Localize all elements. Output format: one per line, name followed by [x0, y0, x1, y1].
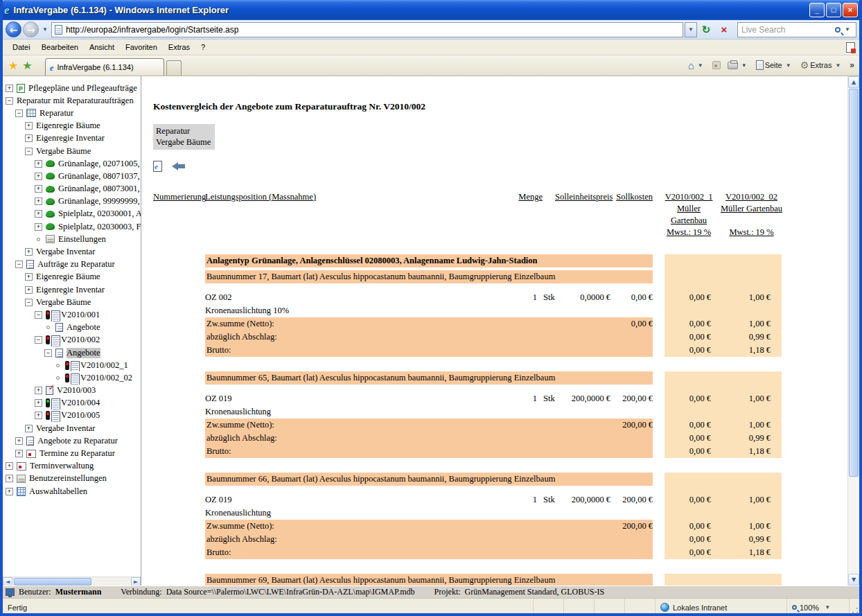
- tree-item-v2010-003[interactable]: +V2010/003: [3, 385, 141, 397]
- expand-icon[interactable]: +: [15, 437, 23, 445]
- scroll-right-icon[interactable]: ►: [131, 577, 141, 586]
- close-button[interactable]: ×: [843, 3, 858, 17]
- search-box[interactable]: Live Search ▼: [737, 22, 856, 37]
- col-sollkosten[interactable]: Sollkosten: [610, 191, 653, 203]
- expand-icon[interactable]: +: [6, 85, 13, 92]
- zoom-level[interactable]: 100%: [800, 604, 819, 612]
- scroll-down-icon[interactable]: ▼: [848, 574, 859, 586]
- col-nummerierung[interactable]: Nummerierung: [153, 191, 205, 203]
- feeds-button[interactable]: [710, 60, 723, 71]
- forward-button[interactable]: →: [23, 21, 39, 37]
- expand-icon[interactable]: +: [6, 462, 13, 470]
- tree-item-vergabe-baeume[interactable]: −Vergabe Bäume: [3, 145, 141, 157]
- expand-icon[interactable]: +: [6, 488, 13, 495]
- menu-ansicht[interactable]: Ansicht: [84, 41, 120, 53]
- extras-menu-button[interactable]: ⚙Extras▼: [798, 58, 845, 72]
- tree-item-v2010-005[interactable]: +V2010/005: [3, 410, 141, 422]
- new-tab-stub[interactable]: [166, 60, 182, 76]
- col-leistungsposition[interactable]: Leistungsposition (Massnahme): [205, 191, 512, 203]
- tree-item-v2010-002-02[interactable]: V2010/002_02: [3, 371, 141, 384]
- col-menge[interactable]: Menge: [512, 191, 555, 203]
- history-dropdown-icon[interactable]: ▼: [42, 26, 48, 33]
- vertical-scrollbar[interactable]: ▲ ▼: [847, 76, 859, 586]
- tree-item-auswahltabellen[interactable]: +Auswahltabellen: [3, 485, 141, 498]
- menu-bearbeiten[interactable]: Bearbeiten: [36, 41, 84, 53]
- tree-item-vergabe-inventar-2[interactable]: +Vergabe Inventar: [3, 422, 141, 434]
- add-favorite-icon[interactable]: ★: [22, 59, 32, 72]
- stop-button[interactable]: ×: [716, 22, 732, 37]
- tree-item-einstellungen[interactable]: Einstellungen: [3, 233, 141, 245]
- expand-icon[interactable]: +: [25, 122, 33, 130]
- expand-icon[interactable]: +: [25, 286, 33, 294]
- col-solleinheitspreis[interactable]: Solleinheitspreis: [555, 191, 610, 203]
- menu-extras[interactable]: Extras: [163, 41, 195, 53]
- menu-datei[interactable]: Datei: [7, 41, 36, 53]
- expand-icon[interactable]: +: [35, 173, 42, 180]
- tree-item-gruenanlage-02071005[interactable]: +Grünanlage, 02071005, Bebenhäuserstr.: [3, 157, 141, 170]
- address-bar[interactable]: http://europa2/infravergabe/login/Starts…: [51, 22, 683, 37]
- collapse-icon[interactable]: −: [35, 336, 42, 344]
- zoom-control[interactable]: 100% ▼: [787, 599, 850, 616]
- tree-item-reparatur[interactable]: −Reparatur: [3, 107, 141, 119]
- tree-item-eigenregie-inventar-2[interactable]: +Eigenregie Inventar: [3, 283, 141, 296]
- tree-item-termine-zu-reparatur[interactable]: +Termine zu Reparatur: [3, 447, 141, 459]
- expand-icon[interactable]: +: [35, 399, 42, 407]
- page-menu-button[interactable]: Seite▼: [754, 59, 795, 71]
- tab-title[interactable]: InfraVergabe (6.1.134): [57, 63, 133, 71]
- expand-icon[interactable]: +: [15, 450, 23, 457]
- tree-item-v2010-004[interactable]: +V2010/004: [3, 397, 141, 410]
- tree-item-reparatur-mit[interactable]: −Reparatur mit Reparaturaufträgen: [3, 94, 141, 107]
- tree-item-gruenanlage-08073001[interactable]: +Grünanlage, 08073001, L 1140 v.Brünner: [3, 183, 141, 195]
- back-arrow-icon[interactable]: [172, 162, 186, 170]
- collapse-icon[interactable]: −: [25, 148, 33, 155]
- maximize-button[interactable]: □: [826, 3, 841, 17]
- tree-item-gruenanlage-08071037[interactable]: +Grünanlage, 08071037, Friesenstr./Kelte…: [3, 170, 141, 182]
- tree-item-angebote-zu-reparatur[interactable]: +Angebote zu Reparatur: [3, 434, 141, 447]
- expand-icon[interactable]: +: [35, 210, 42, 218]
- tree-item-v2010-002-1[interactable]: V2010/002_1: [3, 359, 141, 371]
- zoom-dropdown-icon[interactable]: ▼: [825, 604, 830, 610]
- back-button[interactable]: ←: [6, 21, 21, 37]
- col-offer1-id[interactable]: V2010/002_1: [658, 191, 719, 203]
- expand-icon[interactable]: +: [35, 197, 42, 205]
- address-dropdown-button[interactable]: ▼: [685, 22, 697, 37]
- tree-item-v2010-001[interactable]: −V2010/001: [3, 308, 141, 321]
- expand-icon[interactable]: +: [25, 273, 33, 281]
- tree-item-vergabe-baeume-2[interactable]: −Vergabe Bäume: [3, 296, 141, 308]
- tree-item-angebote-1[interactable]: Angebote: [3, 322, 141, 334]
- expand-icon[interactable]: +: [35, 412, 42, 419]
- collapse-icon[interactable]: −: [6, 97, 13, 105]
- tree-item-v2010-002[interactable]: −V2010/002: [3, 334, 141, 346]
- menu-hilfe[interactable]: ?: [195, 41, 211, 53]
- overflow-chevron-icon[interactable]: »: [847, 60, 856, 70]
- scroll-up-icon[interactable]: ▲: [848, 76, 859, 88]
- print-button[interactable]: ▼: [725, 60, 751, 71]
- browser-tab[interactable]: e InfraVergabe (6.1.134): [45, 58, 164, 76]
- tree-item-benutzereinstellungen[interactable]: +Benutzereinstellungen: [3, 473, 141, 485]
- tree-item-angebote-selected[interactable]: −Angebote: [3, 346, 141, 359]
- collapse-icon[interactable]: −: [25, 299, 33, 306]
- expand-icon[interactable]: +: [6, 475, 13, 482]
- menu-favoriten[interactable]: Favoriten: [120, 41, 163, 53]
- collapse-icon[interactable]: −: [35, 311, 42, 319]
- tree-item-eigenregie-inventar[interactable]: +Eigenregie Inventar: [3, 132, 141, 145]
- tree-item-pflegeplaene[interactable]: +PPflegepläne und Pflegeaufträge: [3, 82, 141, 94]
- expand-icon[interactable]: +: [35, 223, 42, 231]
- tree-item-eigenregie-baeume-2[interactable]: +Eigenregie Bäume: [3, 271, 141, 283]
- collapse-icon[interactable]: −: [44, 349, 52, 357]
- search-placeholder[interactable]: Live Search: [741, 25, 835, 35]
- tree-item-vergabe-inventar[interactable]: +Vergabe Inventar: [3, 245, 141, 258]
- expand-icon[interactable]: +: [25, 425, 33, 432]
- resize-grip[interactable]: [850, 599, 859, 616]
- expand-icon[interactable]: +: [35, 387, 42, 394]
- expand-icon[interactable]: +: [35, 160, 42, 168]
- expand-icon[interactable]: +: [35, 185, 42, 193]
- tree-horizontal-scrollbar[interactable]: ◄ ►: [3, 577, 141, 586]
- tree-item-gruenanlage-99999999[interactable]: +Grünanlage, 99999999, Kulturzentrum Fu: [3, 195, 141, 208]
- expand-icon[interactable]: +: [25, 248, 33, 256]
- export-page-icon[interactable]: [153, 161, 162, 172]
- expand-icon[interactable]: +: [25, 134, 33, 142]
- collapse-icon[interactable]: −: [15, 261, 23, 268]
- tree-item-eigenregie-baeume[interactable]: +Eigenregie Bäume: [3, 120, 141, 132]
- minimize-button[interactable]: _: [809, 3, 825, 17]
